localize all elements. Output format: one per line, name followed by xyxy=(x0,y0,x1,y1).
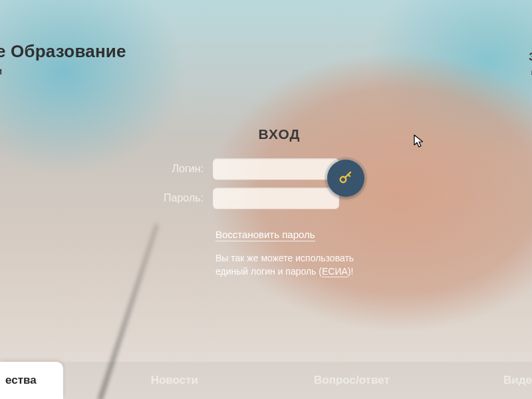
mouse-cursor-icon xyxy=(414,134,424,149)
login-panel: ВХОД Логин: Пароль: Восстановить пароль … xyxy=(133,126,386,278)
tab-faq[interactable]: Вопрос/ответ xyxy=(293,362,411,399)
tab-news[interactable]: Новости xyxy=(130,362,219,399)
recover-password-link[interactable]: Восстановить пароль xyxy=(215,229,315,241)
login-label: Логин: xyxy=(133,163,213,175)
password-label: Пароль: xyxy=(133,192,213,204)
esia-hint-suffix: )! xyxy=(348,266,354,277)
tab-video[interactable]: Виде xyxy=(482,362,532,399)
login-input[interactable] xyxy=(213,158,339,180)
esia-hint: Вы так же можете использовать единый лог… xyxy=(215,252,375,278)
password-input[interactable] xyxy=(213,188,339,209)
bottom-tabs: ества Новости Вопрос/ответ Виде xyxy=(0,362,532,399)
tab-active[interactable]: ества xyxy=(0,362,63,399)
site-title: е Образование xyxy=(0,41,126,62)
esia-link[interactable]: ЕСИА xyxy=(322,266,348,277)
site-subtitle: и xyxy=(0,65,2,76)
submit-login-button[interactable] xyxy=(327,160,364,197)
key-icon xyxy=(338,170,354,188)
header-right-line1: З xyxy=(529,51,532,64)
login-title: ВХОД xyxy=(133,126,386,142)
